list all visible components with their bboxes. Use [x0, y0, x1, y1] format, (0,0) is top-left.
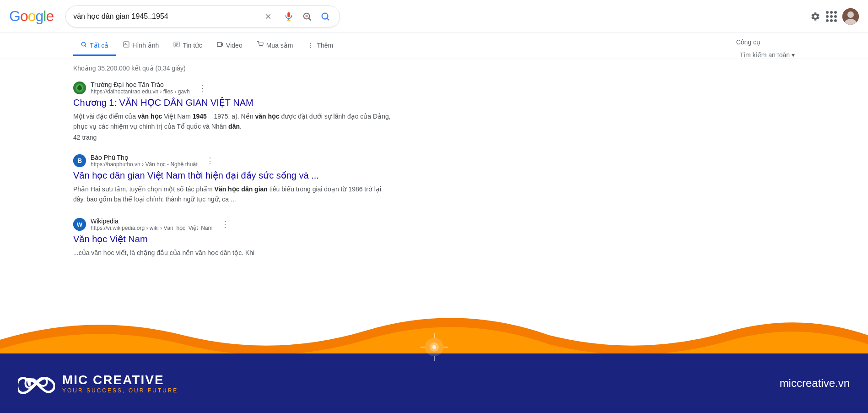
result-extra: 42 trang — [73, 134, 394, 141]
result-source: W Wikipedia https://vi.wikipedia.org › w… — [73, 217, 394, 231]
user-avatar-button[interactable] — [842, 8, 859, 25]
source-url: https://baophutho.vn › Văn học - Nghệ th… — [91, 161, 198, 168]
lens-search-button[interactable] — [300, 10, 314, 23]
nav-right: Công cụ Tìm kiếm an toàn ▾ — [729, 33, 795, 59]
chevron-down-icon: ▾ — [792, 51, 795, 59]
search-tab-icon — [81, 41, 87, 49]
result-snippet: Một vài đặc điểm của văn học Việt Nam 19… — [73, 111, 394, 132]
safe-search[interactable]: Tìm kiếm an toàn ▾ — [740, 51, 795, 59]
tab-them-label: Thêm — [317, 42, 333, 49]
lens-icon — [302, 11, 312, 22]
nav-tabs: Tất cả Hình ảnh Tin tức Video Mua sắm ⋮ … — [0, 33, 868, 59]
google-logo: Google — [9, 8, 54, 25]
source-menu-button[interactable]: ⋮ — [198, 83, 206, 93]
result-title[interactable]: Chương 1: VĂN HỌC DÂN GIAN VIỆT NAM — [73, 97, 394, 109]
result-item: W Wikipedia https://vi.wikipedia.org › w… — [73, 217, 394, 258]
search-submit-button[interactable] — [318, 10, 332, 23]
tab-them[interactable]: ⋮ Thêm — [300, 36, 340, 56]
video-tab-icon — [217, 41, 223, 49]
tab-tat-ca-label: Tất cả — [90, 42, 108, 49]
shopping-tab-icon — [257, 41, 264, 49]
brand-tagline: YOUR SUCCESS, OUR FUTURE — [62, 387, 178, 394]
svg-text:W: W — [77, 221, 83, 228]
header-right — [810, 8, 859, 25]
tab-hinh-anh[interactable]: Hình ảnh — [116, 36, 166, 56]
safe-search-label: Tìm kiếm an toàn — [740, 51, 790, 59]
result-item: Trường Đại học Tân Trào https://daihocta… — [73, 81, 394, 141]
tab-mua-sam-label: Mua sắm — [266, 42, 293, 49]
source-url: https://daihoctantrao.edu.vn › files › g… — [91, 88, 190, 95]
tab-tin-tuc[interactable]: Tin tức — [166, 36, 210, 56]
clear-icon — [264, 12, 272, 21]
source-name: Wikipedia — [91, 217, 213, 225]
tab-video-label: Video — [226, 42, 243, 49]
voice-search-button[interactable] — [282, 10, 296, 23]
image-tab-icon — [123, 41, 129, 49]
sparkle-effect — [421, 333, 448, 363]
svg-point-11 — [125, 43, 126, 44]
result-source: B Báo Phú Thọ https://baophutho.vn › Văn… — [73, 154, 394, 168]
result-snippet: ...của văn học viết, là chặng đầu của nề… — [73, 248, 394, 258]
tools-label: Công cụ — [736, 38, 760, 46]
source-menu-button[interactable]: ⋮ — [206, 156, 214, 166]
result-title[interactable]: Văn học Việt Nam — [73, 233, 394, 245]
svg-text:B: B — [77, 157, 82, 164]
tab-tat-ca[interactable]: Tất cả — [73, 36, 116, 56]
brand-logo-icon — [18, 370, 55, 397]
search-box: văn học dân gian 1945..1954 — [65, 5, 340, 27]
tab-tin-tuc-label: Tin tức — [183, 42, 202, 49]
favicon: W — [73, 218, 86, 231]
favicon: B — [73, 154, 86, 167]
svg-point-18 — [259, 47, 259, 47]
tab-hinh-anh-label: Hình ảnh — [132, 42, 159, 49]
source-info: Wikipedia https://vi.wikipedia.org › wik… — [91, 217, 213, 231]
tab-video[interactable]: Video — [210, 36, 250, 56]
brand-section: MIC CREATIVE YOUR SUCCESS, OUR FUTURE mi… — [0, 353, 868, 413]
svg-point-19 — [262, 47, 263, 47]
tools-button[interactable]: Công cụ — [729, 33, 768, 51]
brand-name: MIC CREATIVE — [62, 373, 178, 387]
svg-rect-0 — [287, 12, 290, 17]
header: Google văn học dân gian 1945..1954 — [0, 0, 868, 33]
favicon — [73, 82, 86, 94]
source-info: Báo Phú Thọ https://baophutho.vn › Văn h… — [91, 154, 198, 168]
source-url: https://vi.wikipedia.org › wiki › Văn_họ… — [91, 225, 213, 231]
source-menu-button[interactable]: ⋮ — [221, 219, 229, 229]
svg-point-27 — [432, 345, 436, 349]
settings-button[interactable] — [810, 11, 820, 22]
result-snippet: Phần Hai sưu tầm, tuyển chọn một số tác … — [73, 184, 394, 205]
search-icon — [320, 11, 330, 22]
microphone-icon — [284, 11, 294, 22]
clear-button[interactable] — [264, 12, 272, 21]
result-title[interactable]: Văn học dân gian Việt Nam thời hiện đại … — [73, 169, 394, 181]
news-tab-icon — [173, 41, 180, 49]
result-item: B Báo Phú Thọ https://baophutho.vn › Văn… — [73, 154, 394, 205]
source-info: Trường Đại học Tân Trào https://daihocta… — [91, 81, 190, 95]
svg-point-4 — [306, 15, 308, 17]
brand-logo-area: MIC CREATIVE YOUR SUCCESS, OUR FUTURE — [18, 370, 178, 397]
results-count: Khoảng 35.200.000 kết quả (0,34 giây) — [73, 65, 795, 72]
brand-text-area: MIC CREATIVE YOUR SUCCESS, OUR FUTURE — [62, 373, 178, 394]
more-tab-icon: ⋮ — [307, 42, 314, 49]
grid-dots-icon — [826, 11, 837, 22]
apps-button[interactable] — [826, 11, 837, 22]
avatar — [842, 8, 859, 25]
source-name: Trường Đại học Tân Trào — [91, 81, 190, 88]
main-content: Khoảng 35.200.000 kết quả (0,34 giây) Tr… — [0, 59, 868, 258]
gear-icon — [810, 11, 820, 22]
bottom-bar: MIC CREATIVE YOUR SUCCESS, OUR FUTURE mi… — [0, 321, 868, 413]
tab-mua-sam[interactable]: Mua sắm — [250, 36, 301, 56]
result-source: Trường Đại học Tân Trào https://daihocta… — [73, 81, 394, 95]
brand-domain: miccreative.vn — [780, 377, 850, 390]
source-name: Báo Phú Thọ — [91, 154, 198, 161]
divider — [277, 11, 277, 22]
search-input[interactable]: văn học dân gian 1945..1954 — [73, 12, 259, 21]
svg-point-7 — [847, 11, 854, 18]
